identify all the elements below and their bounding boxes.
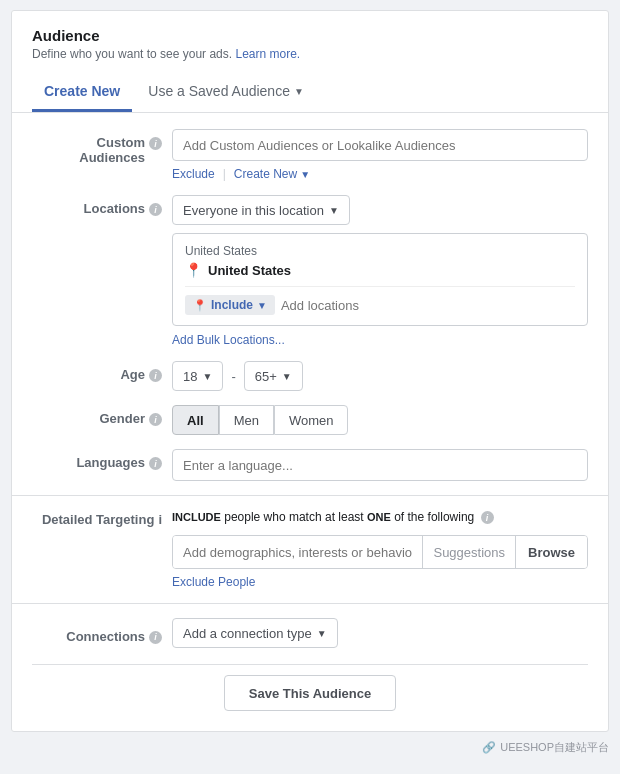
age-inputs: 18 ▼ - 65+ ▼: [172, 361, 588, 391]
locations-info-icon[interactable]: i: [149, 203, 162, 216]
gender-control: All Men Women: [172, 405, 588, 435]
gender-all-button[interactable]: All: [172, 405, 219, 435]
chevron-down-icon: ▼: [202, 371, 212, 382]
detailed-targeting-label: Detailed Targeting i: [32, 510, 172, 527]
tab-use-saved[interactable]: Use a Saved Audience ▼: [136, 75, 316, 112]
chevron-down-icon: ▼: [329, 205, 339, 216]
tab-bar: Create New Use a Saved Audience ▼: [12, 75, 608, 113]
save-audience-button[interactable]: Save This Audience: [224, 675, 396, 711]
detailed-targeting-info-icon[interactable]: i: [158, 512, 162, 527]
tab-create-new[interactable]: Create New: [32, 75, 132, 112]
divider: [12, 495, 608, 496]
divider-2: [12, 603, 608, 604]
age-row: Age i 18 ▼ - 65+ ▼: [32, 361, 588, 391]
location-selected: 📍 United States: [185, 262, 575, 278]
custom-audiences-actions: Exclude | Create New ▼: [172, 167, 588, 181]
chevron-down-icon: ▼: [282, 371, 292, 382]
locations-control: Everyone in this location ▼ United State…: [172, 195, 588, 347]
age-control: 18 ▼ - 65+ ▼: [172, 361, 588, 391]
custom-audiences-row: Custom Audiences i Exclude | Create New …: [32, 129, 588, 181]
location-include-row: 📍 Include ▼: [185, 286, 575, 315]
location-country-text: United States: [185, 244, 575, 258]
locations-row: Locations i Everyone in this location ▼ …: [32, 195, 588, 347]
detailed-targeting-description: INCLUDE people who match at least ONE of…: [172, 510, 588, 524]
separator: |: [223, 167, 226, 181]
gender-row: Gender i All Men Women: [32, 405, 588, 435]
chevron-down-icon: ▼: [317, 628, 327, 639]
location-type-dropdown[interactable]: Everyone in this location ▼: [172, 195, 350, 225]
age-to-dropdown[interactable]: 65+ ▼: [244, 361, 303, 391]
age-dash: -: [231, 369, 235, 384]
watermark-icon: 🔗: [482, 741, 496, 754]
connections-dropdown[interactable]: Add a connection type ▼: [172, 618, 338, 648]
watermark: 🔗 UEESHOP自建站平台: [11, 740, 609, 755]
detailed-targeting-label-row: Detailed Targeting i INCLUDE people who …: [32, 510, 588, 527]
add-bulk-locations-link[interactable]: Add Bulk Locations...: [172, 333, 285, 347]
add-locations-input[interactable]: [281, 298, 575, 313]
connections-row: Connections i Add a connection type ▼: [32, 618, 588, 648]
learn-more-link[interactable]: Learn more.: [235, 47, 300, 61]
chevron-down-icon: ▼: [257, 300, 267, 311]
chevron-down-icon: ▼: [294, 86, 304, 97]
page-title: Audience: [32, 27, 588, 44]
connections-label: Connections i: [32, 623, 172, 644]
save-button-container: Save This Audience: [32, 664, 588, 711]
include-dropdown[interactable]: 📍 Include ▼: [185, 295, 275, 315]
connections-info-icon[interactable]: i: [149, 631, 162, 644]
connections-control: Add a connection type ▼: [172, 618, 588, 648]
age-label: Age i: [32, 361, 172, 382]
create-new-link[interactable]: Create New ▼: [234, 167, 310, 181]
gender-label: Gender i: [32, 405, 172, 426]
location-pin-icon: 📍: [193, 299, 207, 312]
languages-control: [172, 449, 588, 481]
custom-audiences-input[interactable]: [172, 129, 588, 161]
detailed-targeting-desc-info-icon[interactable]: i: [481, 511, 494, 524]
detailed-targeting-section: Detailed Targeting i INCLUDE people who …: [32, 510, 588, 589]
custom-audiences-control: Exclude | Create New ▼: [172, 129, 588, 181]
gender-women-button[interactable]: Women: [274, 405, 349, 435]
gender-info-icon[interactable]: i: [149, 413, 162, 426]
location-box: United States 📍 United States 📍 Include …: [172, 233, 588, 326]
audience-card: Audience Define who you want to see your…: [11, 10, 609, 732]
page-header: Audience Define who you want to see your…: [32, 27, 588, 61]
watermark-text: UEESHOP自建站平台: [500, 740, 609, 755]
targeting-input-row: Suggestions Browse: [172, 535, 588, 569]
exclude-people-link[interactable]: Exclude People: [172, 575, 588, 589]
gender-men-button[interactable]: Men: [219, 405, 274, 435]
targeting-browse-button[interactable]: Browse: [515, 536, 587, 568]
targeting-suggestions-button[interactable]: Suggestions: [422, 536, 515, 568]
custom-audiences-info-icon[interactable]: i: [149, 137, 162, 150]
targeting-input[interactable]: [173, 536, 422, 568]
languages-info-icon[interactable]: i: [149, 457, 162, 470]
locations-label: Locations i: [32, 195, 172, 216]
location-pin-icon: 📍: [185, 262, 202, 278]
languages-row: Languages i: [32, 449, 588, 481]
custom-audiences-label: Custom Audiences i: [32, 129, 172, 165]
age-info-icon[interactable]: i: [149, 369, 162, 382]
gender-buttons: All Men Women: [172, 405, 588, 435]
age-from-dropdown[interactable]: 18 ▼: [172, 361, 223, 391]
languages-label: Languages i: [32, 449, 172, 470]
languages-input[interactable]: [172, 449, 588, 481]
chevron-down-icon: ▼: [300, 169, 310, 180]
page-subtitle: Define who you want to see your ads. Lea…: [32, 47, 588, 61]
exclude-link[interactable]: Exclude: [172, 167, 215, 181]
